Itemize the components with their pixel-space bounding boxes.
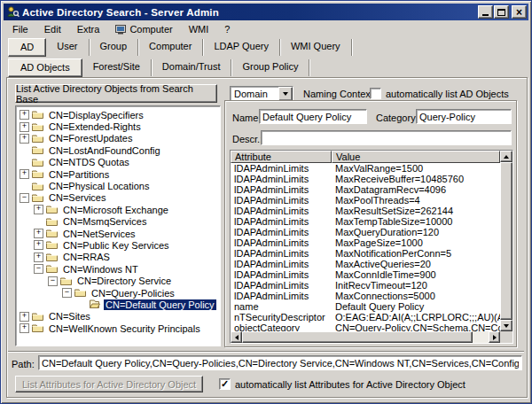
collapse-minus-icon[interactable]: −: [48, 276, 58, 286]
maximize-button[interactable]: [494, 5, 509, 19]
attribute-cell: lDAPAdminLimits: [231, 248, 332, 259]
list-objects-button[interactable]: List Active Directory Objects from Searc…: [15, 84, 217, 103]
tree-item-cn-displayspecifiers[interactable]: +CN=DisplaySpecifiers: [16, 109, 220, 120]
menu-item-help[interactable]: ?: [216, 22, 238, 36]
horizontal-scrollbar[interactable]: [231, 331, 500, 343]
expand-plus-icon[interactable]: +: [20, 312, 29, 322]
tree-item-cn-lostandfoundconfig[interactable]: CN=LostAndFoundConfig: [16, 144, 220, 156]
expand-plus-icon[interactable]: +: [20, 169, 29, 179]
auto-list-attributes-checkbox[interactable]: ✓: [219, 378, 231, 390]
combo-dropdown-button[interactable]: [278, 87, 293, 101]
collapse-minus-icon[interactable]: −: [34, 264, 43, 274]
menu-item-edit[interactable]: Edit: [36, 22, 69, 36]
tree-item-cn-wellknown-security-principals[interactable]: +CN=WellKnown Security Principals: [16, 322, 220, 334]
expand-plus-icon[interactable]: +: [20, 134, 29, 144]
tree-item-cn-sites[interactable]: +CN=Sites: [16, 311, 220, 322]
tree-item-cn-netservices[interactable]: +CN=NetServices: [16, 228, 220, 239]
attribute-table-body[interactable]: lDAPAdminLimitsMaxValRange=1500lDAPAdmin…: [231, 163, 500, 331]
horizontal-scroll-thumb[interactable]: [242, 331, 473, 343]
arrow-down-icon: [504, 324, 509, 328]
menu-item-extra[interactable]: Extra: [69, 22, 108, 36]
attribute-column-header[interactable]: Attribute: [231, 151, 332, 163]
close-button[interactable]: ×: [512, 5, 527, 19]
ad-tree-view[interactable]: +CN=DisplaySpecifiers+CN=Extended-Rights…: [15, 105, 221, 346]
table-row[interactable]: lDAPAdminLimitsMaxPageSize=1000: [231, 237, 500, 248]
table-row[interactable]: lDAPAdminLimitsMaxNotificationPerConn=5: [231, 248, 500, 259]
tree-item-cn-microsoft-exchange[interactable]: +CN=Microsoft Exchange: [16, 204, 220, 215]
table-row[interactable]: objectCategoryCN=Query-Policy,CN=Schema,…: [231, 322, 500, 331]
tab-ldap-query[interactable]: LDAP Query: [203, 39, 280, 56]
tree-item-cn-default-query-policy[interactable]: CN=Default Query Policy: [16, 299, 220, 310]
auto-list-attributes-label: automatically list Attributes for Active…: [235, 379, 466, 390]
checkmark-icon: ✓: [221, 379, 229, 389]
minimize-button[interactable]: [478, 5, 493, 19]
tree-item-cn-services[interactable]: −CN=Services: [16, 192, 220, 204]
attribute-table: Attribute Value lDAPAdminLimitsMaxValRan…: [230, 150, 513, 344]
tree-item-label: CN=WellKnown Security Principals: [47, 323, 202, 334]
category-field[interactable]: [416, 109, 512, 124]
menu-item-file[interactable]: File: [4, 22, 36, 36]
tab-wmi-query[interactable]: WMI Query: [280, 39, 352, 56]
menu-item-wmi[interactable]: WMI: [181, 22, 217, 36]
expand-plus-icon[interactable]: +: [34, 229, 43, 238]
tab-user[interactable]: User: [46, 39, 89, 56]
naming-context-value: Domain: [231, 87, 278, 101]
tab-ad[interactable]: AD: [8, 38, 46, 57]
table-row[interactable]: lDAPAdminLimitsMaxConnIdleTime=900: [231, 269, 500, 280]
expand-plus-icon[interactable]: +: [34, 240, 43, 250]
description-field[interactable]: [261, 130, 512, 145]
path-field[interactable]: [38, 355, 522, 370]
table-row[interactable]: lDAPAdminLimitsMaxReceiveBuffer=10485760: [231, 174, 500, 184]
table-row[interactable]: lDAPAdminLimitsMaxDatagramRecv=4096: [231, 184, 500, 195]
tab-group[interactable]: Group: [90, 39, 139, 56]
expand-plus-icon[interactable]: +: [20, 323, 29, 333]
table-row[interactable]: lDAPAdminLimitsMaxResultSetSize=262144: [231, 206, 500, 216]
tree-item-label: CN=Microsoft Exchange: [61, 205, 170, 215]
table-row[interactable]: lDAPAdminLimitsMaxValRange=1500: [231, 163, 500, 174]
tree-item-cn-rras[interactable]: +CN=RRAS: [16, 252, 220, 263]
expand-plus-icon[interactable]: +: [20, 122, 29, 132]
table-row[interactable]: nameDefault Query Policy: [231, 301, 500, 312]
collapse-minus-icon[interactable]: −: [62, 288, 72, 298]
collapse-minus-icon[interactable]: −: [20, 193, 29, 203]
table-row[interactable]: lDAPAdminLimitsMaxActiveQueries=20: [231, 259, 500, 269]
tree-item-cn-windows-nt[interactable]: −CN=Windows NT: [16, 263, 220, 275]
tree-item-cn-forestupdates[interactable]: +CN=ForestUpdates: [16, 133, 220, 144]
tree-item-cn-public-key-services[interactable]: +CN=Public Key Services: [16, 239, 220, 251]
list-attributes-button[interactable]: List Attributes for Active Directory Obj…: [15, 376, 203, 392]
tab-computer[interactable]: Computer: [138, 39, 203, 56]
scroll-up-button[interactable]: [500, 151, 512, 162]
value-column-header[interactable]: Value: [332, 151, 500, 163]
horizontal-scroll-track[interactable]: [473, 331, 489, 343]
vertical-scrollbar[interactable]: [500, 151, 512, 331]
scroll-right-button[interactable]: [489, 331, 500, 343]
tree-item-cn-extended-rights[interactable]: +CN=Extended-Rights: [16, 120, 220, 132]
expand-plus-icon[interactable]: +: [34, 205, 43, 214]
tree-item-cn-query-policies[interactable]: −CN=Query-Policies: [16, 287, 220, 299]
table-row[interactable]: lDAPAdminLimitsMaxTempTableSize=10000: [231, 216, 500, 227]
attribute-cell: lDAPAdminLimits: [231, 195, 332, 206]
arrow-up-icon: [504, 155, 509, 159]
table-row[interactable]: lDAPAdminLimitsInitRecvTimeout=120: [231, 280, 500, 291]
auto-list-objects-checkbox[interactable]: [370, 88, 381, 99]
tree-item-cn-physical-locations[interactable]: CN=Physical Locations: [16, 180, 220, 191]
expand-plus-icon[interactable]: +: [20, 110, 29, 120]
subtab-forest-site[interactable]: Forest/Site: [82, 59, 152, 76]
tree-item-cn-directory-service[interactable]: −CN=Directory Service: [16, 275, 220, 286]
scroll-down-button[interactable]: [500, 320, 512, 331]
name-field[interactable]: [259, 109, 367, 124]
subtab-ad-objects[interactable]: AD Objects: [8, 58, 82, 77]
tree-item-cn-msmqservices[interactable]: CN=MsmqServices: [16, 216, 220, 228]
table-row[interactable]: lDAPAdminLimitsMaxQueryDuration=120: [231, 227, 500, 237]
tree-item-cn-partitions[interactable]: +CN=Partitions: [16, 168, 220, 180]
subtab-group-policy[interactable]: Group Policy: [231, 59, 309, 76]
vertical-scroll-thumb[interactable]: [500, 162, 512, 320]
tree-item-cn-ntds-quotas[interactable]: CN=NTDS Quotas: [16, 157, 220, 168]
table-row[interactable]: nTSecurityDescriptorO:EAG:EAD:AI(A;;LCRP…: [231, 312, 500, 322]
scroll-left-button[interactable]: [231, 331, 242, 343]
table-row[interactable]: lDAPAdminLimitsMaxConnections=5000: [231, 291, 500, 301]
menu-item-computer[interactable]: Computer: [107, 22, 180, 36]
expand-plus-icon[interactable]: +: [34, 252, 43, 262]
table-row[interactable]: lDAPAdminLimitsMaxPoolThreads=4: [231, 195, 500, 206]
subtab-domain-trust[interactable]: Domain/Trust: [152, 59, 232, 76]
